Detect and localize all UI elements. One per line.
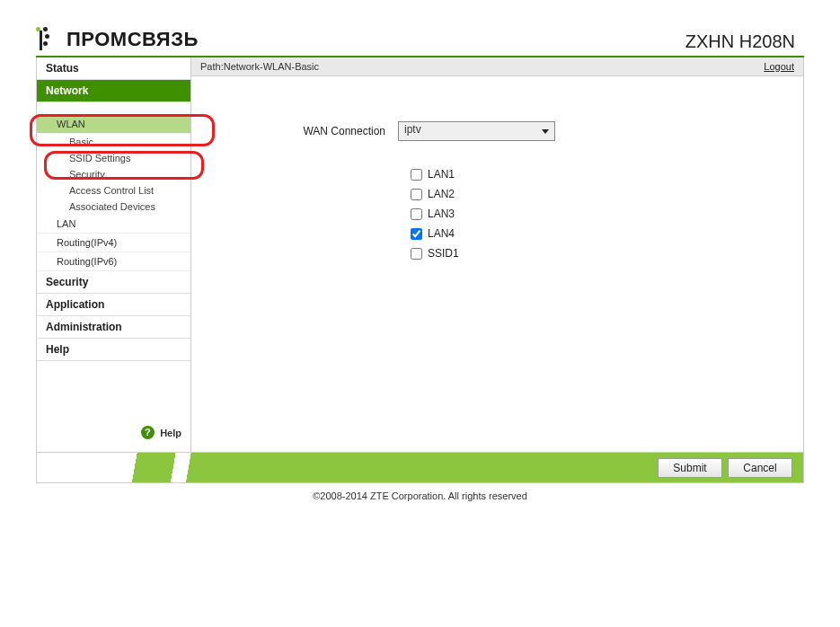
sidebar-item-security[interactable]: Security: [37, 271, 190, 294]
sidebar-sub-routing-ipv4[interactable]: Routing(IPv4): [37, 234, 190, 252]
help-link-row[interactable]: ? Help: [37, 408, 190, 452]
sidebar-subsub-associated-devices[interactable]: Associated Devices: [37, 199, 190, 215]
cancel-button[interactable]: Cancel: [728, 458, 792, 478]
sidebar-subsub-acl[interactable]: Access Control List: [37, 182, 190, 199]
submit-button[interactable]: Submit: [658, 458, 722, 478]
port-lan3-row[interactable]: LAN3: [411, 208, 776, 220]
header: ПРОМСВЯЗЬ ZXHN H208N: [36, 27, 804, 57]
port-lan3-checkbox[interactable]: [411, 208, 422, 220]
port-lan4-row[interactable]: LAN4: [411, 227, 776, 240]
port-ssid1-row[interactable]: SSID1: [411, 247, 776, 260]
wan-connection-label: WAN Connection: [218, 125, 398, 137]
port-lan3-label: LAN3: [428, 208, 455, 220]
sidebar-subsub-security[interactable]: Security: [37, 166, 190, 182]
help-link-label: Help: [160, 428, 181, 438]
main-panel: Path:Network-WLAN-Basic Logout WAN Conne…: [191, 57, 803, 452]
sidebar-item-administration[interactable]: Administration: [37, 316, 190, 339]
sidebar-network-sub: WLAN Basic SSID Settings Security Access…: [37, 102, 190, 271]
wan-connection-value: iptv: [404, 123, 421, 136]
port-lan2-label: LAN2: [428, 188, 455, 200]
path-prefix: Path:: [200, 61, 224, 72]
port-lan2-checkbox[interactable]: [411, 189, 422, 200]
sidebar-subsub-ssid-settings[interactable]: SSID Settings: [37, 150, 190, 166]
logo: ПРОМСВЯЗЬ: [36, 27, 199, 52]
sidebar-item-application[interactable]: Application: [37, 294, 190, 316]
device-model: ZXHN H208N: [685, 31, 804, 52]
content-area: WAN Connection iptv LAN1 LAN2: [191, 76, 803, 452]
port-lan1-label: LAN1: [428, 168, 455, 181]
port-lan1-row[interactable]: LAN1: [411, 168, 776, 181]
port-checklist: LAN1 LAN2 LAN3 LAN4: [411, 168, 776, 260]
port-lan2-row[interactable]: LAN2: [411, 188, 776, 200]
wan-connection-select[interactable]: iptv: [398, 121, 555, 141]
copyright-text: ©2008-2014 ZTE Corporation. All rights r…: [36, 490, 804, 501]
sidebar-item-status[interactable]: Status: [37, 57, 190, 80]
path-text: Path:Network-WLAN-Basic: [200, 61, 319, 72]
sidebar-sub-wlan[interactable]: WLAN: [37, 115, 190, 134]
port-ssid1-checkbox[interactable]: [411, 248, 422, 260]
logout-link[interactable]: Logout: [764, 61, 794, 72]
brand-text: ПРОМСВЯЗЬ: [66, 28, 199, 51]
sidebar-sub-routing-ipv6[interactable]: Routing(IPv6): [37, 252, 190, 271]
port-ssid1-label: SSID1: [428, 247, 459, 260]
port-lan4-checkbox[interactable]: [411, 228, 422, 240]
sidebar-subsub-basic[interactable]: Basic: [37, 134, 190, 150]
path-bar: Path:Network-WLAN-Basic Logout: [191, 57, 803, 76]
action-bar: Submit Cancel: [36, 453, 804, 483]
sidebar-item-help[interactable]: Help: [37, 339, 190, 361]
wan-connection-row: WAN Connection iptv: [218, 121, 776, 141]
sidebar-item-network[interactable]: Network: [37, 80, 190, 102]
brand-icon: [36, 27, 59, 52]
port-lan1-checkbox[interactable]: [411, 169, 422, 181]
port-lan4-label: LAN4: [428, 227, 455, 240]
sidebar: Status Network WLAN Basic SSID Settings …: [37, 57, 191, 452]
help-icon: ?: [141, 426, 155, 439]
path-value: Network-WLAN-Basic: [224, 61, 319, 72]
sidebar-sub-lan[interactable]: LAN: [37, 215, 190, 234]
